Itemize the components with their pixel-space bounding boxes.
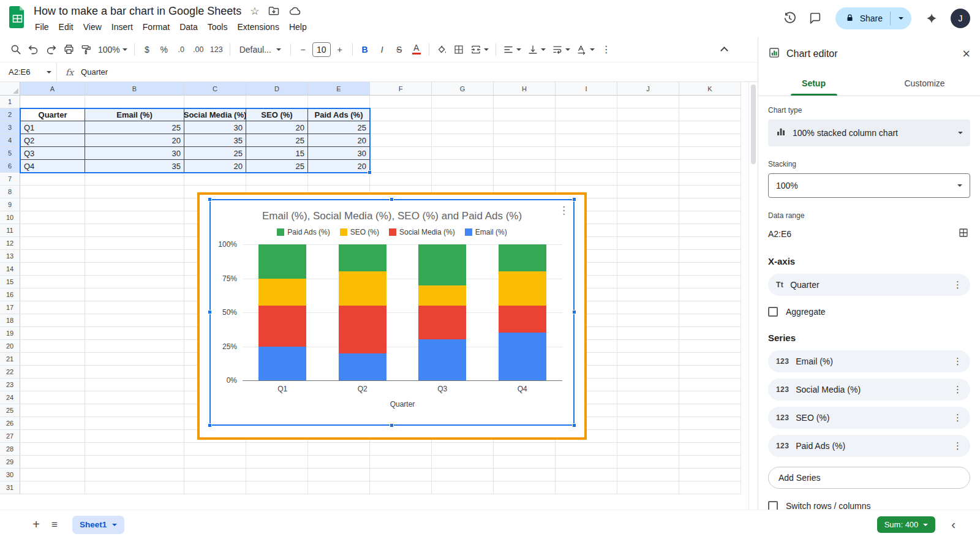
cell-j2[interactable] xyxy=(617,108,679,121)
cell-i4[interactable] xyxy=(556,134,617,147)
cell-e30[interactable] xyxy=(308,469,370,481)
menu-format[interactable]: Format xyxy=(138,21,175,33)
row-header-18[interactable]: 18 xyxy=(0,314,20,327)
cell-f3[interactable] xyxy=(370,121,432,134)
cell-f6[interactable] xyxy=(370,160,432,173)
row-header-23[interactable]: 23 xyxy=(0,379,20,391)
cell-g29[interactable] xyxy=(432,456,494,469)
cell-a16[interactable] xyxy=(20,288,85,301)
legend-item[interactable]: Email (%) xyxy=(465,228,507,236)
bar-q4[interactable] xyxy=(499,244,546,380)
cell-j15[interactable] xyxy=(617,276,679,288)
cell-i5[interactable] xyxy=(556,147,617,160)
horizontal-align-button[interactable] xyxy=(500,41,524,58)
cell-c31[interactable] xyxy=(184,481,246,494)
cell-b22[interactable] xyxy=(85,366,184,379)
cell-b10[interactable] xyxy=(85,211,184,224)
document-title[interactable]: How to make a bar chart in Google Sheets xyxy=(34,5,241,18)
add-series-button[interactable]: Add Series xyxy=(768,467,970,489)
cell-a9[interactable] xyxy=(20,198,85,211)
borders-button[interactable] xyxy=(451,41,467,58)
fill-color-button[interactable] xyxy=(434,41,450,58)
spreadsheet-grid[interactable]: ABCDEFGHIJK 1234567891011121314151617181… xyxy=(0,82,748,510)
bar-segment[interactable] xyxy=(499,244,546,271)
cell-j27[interactable] xyxy=(617,430,679,443)
row-header-2[interactable]: 2 xyxy=(0,108,20,121)
bar-q2[interactable] xyxy=(339,244,386,380)
row-header-4[interactable]: 4 xyxy=(0,134,20,147)
cell-b29[interactable] xyxy=(85,456,184,469)
cell-k27[interactable] xyxy=(679,430,741,443)
cell-j29[interactable] xyxy=(617,456,679,469)
cell-j21[interactable] xyxy=(617,353,679,366)
row-header-14[interactable]: 14 xyxy=(0,263,20,276)
column-header-d[interactable]: D xyxy=(246,82,308,96)
cell-k8[interactable] xyxy=(679,186,741,198)
cell-b14[interactable] xyxy=(85,263,184,276)
cell-b26[interactable] xyxy=(85,417,184,430)
cell-k31[interactable] xyxy=(679,481,741,494)
cell-a26[interactable] xyxy=(20,417,85,430)
cell-h31[interactable] xyxy=(494,481,556,494)
cell-k21[interactable] xyxy=(679,353,741,366)
cell-k7[interactable] xyxy=(679,173,741,186)
bar-q1[interactable] xyxy=(258,244,306,380)
cell-b25[interactable] xyxy=(85,404,184,417)
formula-input[interactable]: Quarter xyxy=(81,67,108,77)
hide-toolbar-button[interactable] xyxy=(716,41,732,58)
cell-a1[interactable] xyxy=(20,96,85,108)
cell-g7[interactable] xyxy=(432,173,494,186)
cell-f2[interactable] xyxy=(370,108,432,121)
increase-decimal-button[interactable]: .00 xyxy=(190,41,206,58)
row-header-24[interactable]: 24 xyxy=(0,391,20,404)
bar-segment[interactable] xyxy=(339,271,386,306)
chart-type-select[interactable]: 100% stacked column chart xyxy=(768,119,970,146)
cell-b31[interactable] xyxy=(85,481,184,494)
cell-k13[interactable] xyxy=(679,250,741,263)
cell-b24[interactable] xyxy=(85,391,184,404)
cell-k14[interactable] xyxy=(679,263,741,276)
star-icon[interactable]: ☆ xyxy=(250,5,259,18)
percent-format-button[interactable]: % xyxy=(156,41,172,58)
cell-h7[interactable] xyxy=(494,173,556,186)
cell-f31[interactable] xyxy=(370,481,432,494)
cell-b15[interactable] xyxy=(85,276,184,288)
cell-j10[interactable] xyxy=(617,211,679,224)
cell-k6[interactable] xyxy=(679,160,741,173)
cell-h30[interactable] xyxy=(494,469,556,481)
cell-e29[interactable] xyxy=(308,456,370,469)
cell-k3[interactable] xyxy=(679,121,741,134)
cell-e7[interactable] xyxy=(308,173,370,186)
column-header-j[interactable]: J xyxy=(617,82,679,96)
cell-h2[interactable] xyxy=(494,108,556,121)
cell-g5[interactable] xyxy=(432,147,494,160)
cell-b7[interactable] xyxy=(85,173,184,186)
row-header-26[interactable]: 26 xyxy=(0,417,20,430)
cell-k20[interactable] xyxy=(679,340,741,353)
all-sheets-icon[interactable]: ≡ xyxy=(45,516,64,534)
menu-file[interactable]: File xyxy=(34,21,54,33)
paint-format-button[interactable] xyxy=(78,41,94,58)
table-cell[interactable]: 20 xyxy=(85,134,184,147)
table-cell[interactable]: 30 xyxy=(184,121,246,134)
select-all-corner[interactable] xyxy=(0,82,20,96)
cell-j30[interactable] xyxy=(617,469,679,481)
cell-d7[interactable] xyxy=(246,173,308,186)
decrease-decimal-button[interactable]: .0 xyxy=(173,41,189,58)
cell-k4[interactable] xyxy=(679,134,741,147)
cell-c7[interactable] xyxy=(184,173,246,186)
share-menu-caret[interactable] xyxy=(891,7,911,29)
row-header-31[interactable]: 31 xyxy=(0,481,20,494)
cell-k23[interactable] xyxy=(679,379,741,391)
resize-handle[interactable] xyxy=(208,197,212,202)
table-cell[interactable]: 25 xyxy=(308,121,370,134)
resize-handle[interactable] xyxy=(390,423,394,428)
cell-i7[interactable] xyxy=(556,173,617,186)
menu-help[interactable]: Help xyxy=(284,21,312,33)
aggregate-option[interactable]: Aggregate xyxy=(768,307,970,317)
stacking-select[interactable]: 100% xyxy=(768,173,970,198)
cell-e31[interactable] xyxy=(308,481,370,494)
cell-d28[interactable] xyxy=(246,443,308,456)
text-rotation-button[interactable] xyxy=(574,41,597,58)
cell-h4[interactable] xyxy=(494,134,556,147)
